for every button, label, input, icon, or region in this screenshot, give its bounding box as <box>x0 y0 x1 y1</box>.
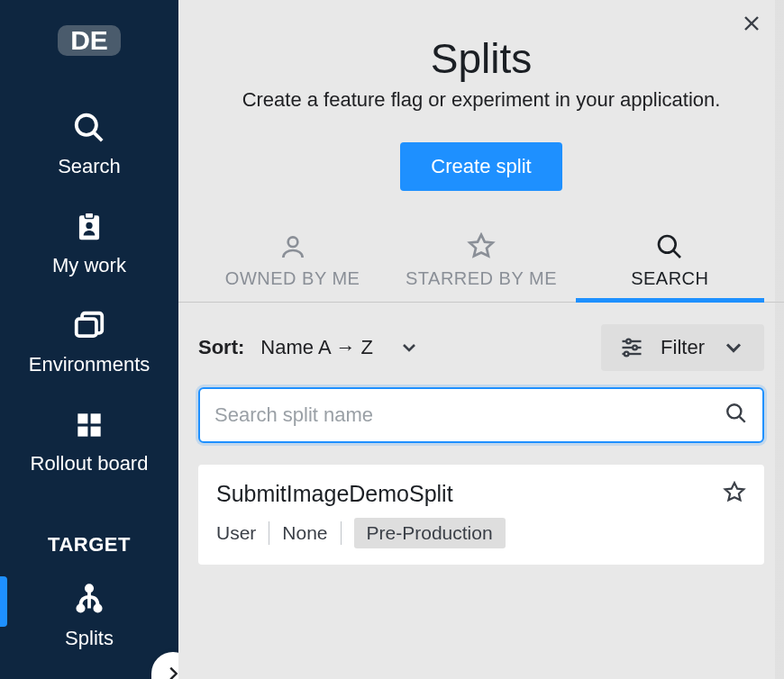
split-meta: User None Pre-Production <box>216 518 746 548</box>
svg-rect-3 <box>85 213 94 218</box>
workspace-initials: DE <box>70 25 108 56</box>
svg-point-10 <box>87 585 92 591</box>
svg-point-23 <box>624 352 629 357</box>
svg-rect-7 <box>91 413 101 423</box>
stack-icon <box>71 308 107 344</box>
svg-point-21 <box>633 346 637 350</box>
sidebar-item-mywork[interactable]: My work <box>0 209 178 277</box>
main-content: Splits Create a feature flag or experime… <box>178 0 784 679</box>
meta-divider <box>269 521 269 545</box>
star-button[interactable] <box>723 481 746 508</box>
clipboard-user-icon <box>71 209 107 245</box>
filter-icon <box>619 335 644 360</box>
svg-point-16 <box>659 236 676 253</box>
tab-label: SEARCH <box>631 268 708 289</box>
search-field-wrap <box>198 387 764 443</box>
sort-control: Sort: Name A → Z <box>198 336 585 359</box>
star-icon <box>723 481 746 504</box>
sidebar-item-environments[interactable]: Environments <box>0 308 178 376</box>
svg-point-24 <box>727 404 741 418</box>
page-subtitle: Create a feature flag or experiment in y… <box>178 88 784 112</box>
search-input[interactable] <box>198 387 764 443</box>
sidebar-item-splits[interactable]: Splits <box>0 582 178 650</box>
tab-label: OWNED BY ME <box>225 268 360 289</box>
sidebar-item-rollout-board[interactable]: Rollout board <box>0 407 178 475</box>
svg-point-0 <box>77 115 96 135</box>
split-tags: None <box>282 522 327 544</box>
svg-rect-9 <box>91 427 101 437</box>
svg-point-11 <box>77 605 83 611</box>
grid-icon <box>71 407 107 443</box>
split-name: SubmitImageDemoSplit <box>216 481 746 507</box>
svg-line-17 <box>674 251 680 258</box>
workspace-badge[interactable]: DE <box>58 25 121 56</box>
svg-rect-6 <box>77 413 87 423</box>
svg-point-4 <box>86 222 92 229</box>
svg-line-1 <box>95 133 103 141</box>
chevron-down-icon <box>398 337 420 358</box>
split-environment-chip: Pre-Production <box>354 518 506 548</box>
svg-point-12 <box>95 605 100 611</box>
sidebar-item-label: Environments <box>29 353 150 376</box>
sidebar-item-label: Search <box>58 155 121 178</box>
branch-icon <box>71 582 107 618</box>
sidebar: DE Search My work Environments Rollout b… <box>0 0 178 679</box>
create-split-button[interactable]: Create split <box>400 142 561 191</box>
user-icon <box>278 232 307 261</box>
controls-row: Sort: Name A → Z Filter <box>178 303 784 387</box>
tab-label: STARRED BY ME <box>406 268 557 289</box>
sidebar-item-label: My work <box>52 254 126 277</box>
split-traffic-type: User <box>216 522 256 544</box>
svg-point-15 <box>287 237 297 247</box>
search-icon <box>71 110 107 146</box>
tab-owned-by-me[interactable]: OWNED BY ME <box>198 232 387 302</box>
search-icon <box>655 232 684 261</box>
sidebar-item-search[interactable]: Search <box>0 110 178 178</box>
page-title: Splits <box>178 34 784 83</box>
close-icon <box>741 13 762 34</box>
svg-rect-8 <box>77 427 87 437</box>
sidebar-item-label: Rollout board <box>31 452 149 475</box>
sort-dropdown[interactable]: Name A → Z <box>260 336 420 359</box>
filter-button[interactable]: Filter <box>601 324 764 371</box>
search-icon <box>725 402 748 429</box>
svg-rect-5 <box>77 319 96 336</box>
svg-line-25 <box>740 417 745 422</box>
sort-value-text: Name A → Z <box>260 336 373 359</box>
tabbar: OWNED BY ME STARRED BY ME SEARCH <box>178 232 784 303</box>
page-header: Splits Create a feature flag or experime… <box>178 0 784 191</box>
filter-label: Filter <box>661 336 705 359</box>
chevron-down-icon <box>721 335 746 360</box>
tab-starred-by-me[interactable]: STARRED BY ME <box>387 232 575 302</box>
meta-divider <box>341 521 342 545</box>
sort-label: Sort: <box>198 336 244 359</box>
svg-point-19 <box>626 340 631 344</box>
star-icon <box>467 232 496 261</box>
split-result-card[interactable]: SubmitImageDemoSplit User None Pre-Produ… <box>198 465 764 565</box>
tab-search[interactable]: SEARCH <box>576 232 764 302</box>
sidebar-item-label: Splits <box>65 627 114 650</box>
close-button[interactable] <box>741 13 762 38</box>
sidebar-section-heading: TARGET <box>48 533 131 557</box>
